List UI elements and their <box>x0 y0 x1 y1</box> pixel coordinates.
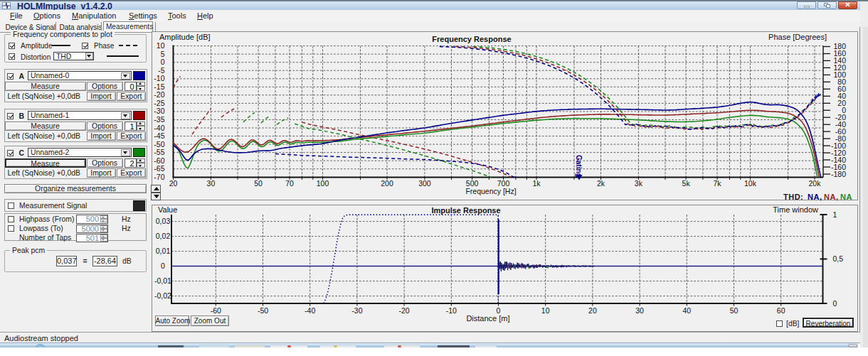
svg-text:50: 50 <box>254 179 263 188</box>
svg-text:-30: -30 <box>154 107 164 115</box>
svg-text:Frequency Response: Frequency Response <box>432 35 511 43</box>
svg-text:10: 10 <box>541 306 550 315</box>
svg-text:Value: Value <box>158 205 177 214</box>
svg-text:-35: -35 <box>154 115 164 124</box>
svg-text:-20: -20 <box>399 306 410 315</box>
svg-text:30: 30 <box>635 306 644 315</box>
svg-text:0: 0 <box>161 58 165 66</box>
svg-text:20: 20 <box>588 306 597 315</box>
svg-text:NA: NA <box>840 193 852 201</box>
svg-text:-5: -5 <box>158 66 164 75</box>
svg-text:Phase [Degrees]: Phase [Degrees] <box>768 33 827 41</box>
svg-text:10k: 10k <box>744 179 757 188</box>
svg-text:-40: -40 <box>154 124 164 132</box>
svg-text:-30: -30 <box>351 306 362 315</box>
svg-text:THD:: THD: <box>783 193 803 201</box>
svg-text:-70: -70 <box>154 173 164 181</box>
svg-text:NA,: NA, <box>808 193 822 201</box>
svg-text:Gating: Gating <box>575 155 583 178</box>
svg-text:Impulse Response: Impulse Response <box>431 206 500 215</box>
svg-text:0,02: 0,02 <box>156 232 171 240</box>
svg-text:-50: -50 <box>258 306 268 315</box>
svg-text:5: 5 <box>161 50 165 58</box>
svg-text:0,5: 0,5 <box>833 254 844 263</box>
svg-text:-10: -10 <box>446 306 457 315</box>
svg-text:Time window: Time window <box>773 205 818 214</box>
svg-text:-20: -20 <box>154 90 164 99</box>
svg-text:-25: -25 <box>154 99 164 107</box>
svg-text:-55: -55 <box>154 148 164 156</box>
svg-text:-40: -40 <box>305 306 315 315</box>
svg-text:50: 50 <box>730 306 739 315</box>
svg-text:-45: -45 <box>154 131 164 140</box>
svg-text:20k: 20k <box>809 179 822 188</box>
svg-text:0: 0 <box>161 261 165 270</box>
svg-text:0,01: 0,01 <box>156 247 171 255</box>
svg-text:0,03: 0,03 <box>156 217 171 225</box>
svg-text:0: 0 <box>833 299 837 308</box>
svg-text:20: 20 <box>169 179 178 188</box>
svg-text:NA,: NA, <box>824 193 838 201</box>
svg-text:1: 1 <box>833 210 837 219</box>
svg-text:-60: -60 <box>154 156 164 165</box>
svg-text:-60: -60 <box>211 306 221 315</box>
svg-text:Frequency [Hz]: Frequency [Hz] <box>465 187 516 195</box>
svg-text:Amplitude [dB]: Amplitude [dB] <box>159 33 211 41</box>
svg-text:30: 30 <box>207 179 216 188</box>
svg-text:3k: 3k <box>635 179 643 188</box>
svg-text:1k: 1k <box>532 179 541 188</box>
svg-text:200: 200 <box>381 179 393 188</box>
svg-text:Distance [m]: Distance [m] <box>466 314 509 323</box>
svg-text:-65: -65 <box>154 164 164 173</box>
svg-text:10: 10 <box>157 41 165 50</box>
svg-text:-180: -180 <box>831 170 846 178</box>
svg-text:-0,01: -0,01 <box>154 276 171 285</box>
svg-text:5k: 5k <box>682 179 691 188</box>
svg-text:7k: 7k <box>713 179 721 188</box>
svg-text:70: 70 <box>285 179 294 188</box>
svg-text:60: 60 <box>777 306 785 315</box>
svg-text:-15: -15 <box>154 82 164 91</box>
svg-text:-0,02: -0,02 <box>154 291 171 300</box>
svg-text:300: 300 <box>418 179 431 188</box>
svg-text:2k: 2k <box>597 179 605 188</box>
svg-text:100: 100 <box>317 179 329 188</box>
svg-text:40: 40 <box>682 306 691 315</box>
svg-text:-50: -50 <box>154 140 164 149</box>
svg-text:-10: -10 <box>154 74 164 82</box>
